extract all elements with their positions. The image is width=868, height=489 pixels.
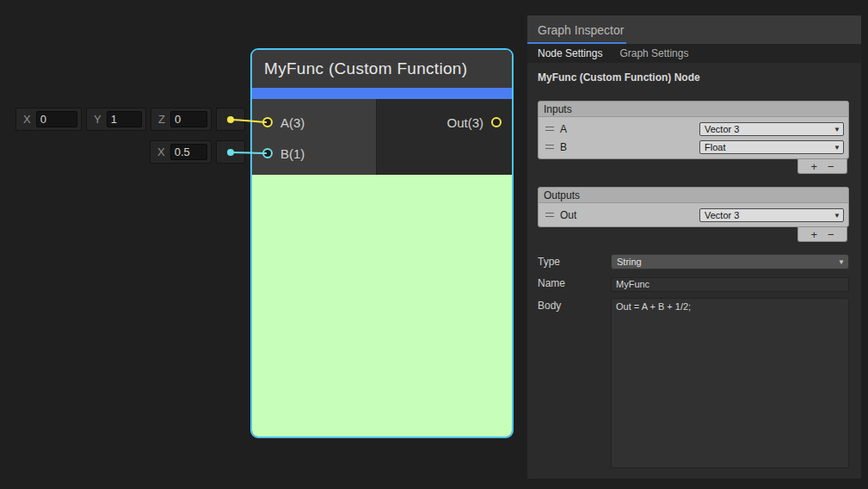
tab-node-settings[interactable]: Node Settings [538,47,602,59]
body-field[interactable]: Out = A + B + 1/2; [611,298,849,468]
float-x-label[interactable]: X [157,145,165,158]
tab-graph-settings[interactable]: Graph Settings [619,47,688,59]
input-row-a[interactable]: A Vector 3 ▼ [541,120,846,138]
vector3-y-label[interactable]: Y [94,113,102,126]
drag-handle-icon[interactable] [545,127,554,131]
node-accent-bar [252,88,512,99]
port-out-label: Out(3) [446,115,483,130]
output-row-out[interactable]: Out Vector 3 ▼ [541,206,846,224]
name-field[interactable] [611,277,849,292]
type-property-row: Type String ▼ [538,254,849,269]
body-label: Body [538,298,611,312]
input-a-type-value: Vector 3 [705,124,739,134]
output-out-type-value: Vector 3 [705,210,739,220]
inputs-footer: + − [538,159,849,174]
add-input-button[interactable]: + [810,161,817,172]
chevron-down-icon: ▼ [838,258,845,266]
input-row-b[interactable]: B Float ▼ [541,138,846,156]
port-out-connector[interactable] [491,117,502,127]
outputs-section: Outputs Out Vector 3 ▼ [538,187,849,242]
input-row-b-name: B [560,141,693,153]
inspector-titlebar[interactable]: Graph Inspector [527,15,861,44]
remove-output-button[interactable]: − [828,229,834,240]
type-value: String [617,257,642,267]
vector3-x-input[interactable] [36,111,77,127]
vector3-y-input[interactable] [107,111,142,127]
output-row-out-name: Out [560,209,693,221]
input-a-type-dropdown[interactable]: Vector 3 ▼ [699,122,844,136]
outputs-section-header: Outputs [539,188,848,203]
node-input-ports: A(3) B(1) [252,99,377,175]
input-b-type-value: Float [705,142,725,152]
name-property-row: Name [538,275,849,292]
name-label: Name [538,275,611,289]
inspector-title: Graph Inspector [538,23,624,37]
inspector-title-underline [527,42,626,44]
float-x-input[interactable] [170,144,207,160]
output-out-type-dropdown[interactable]: Vector 3 ▼ [699,208,844,222]
port-a-label: A(3) [280,115,305,130]
node-settings-heading: MyFunc (Custom Function) Node [538,71,849,84]
input-port-b: B(1) [252,138,376,169]
node-header[interactable]: MyFunc (Custom Function) [252,50,512,88]
inputs-section: Inputs A Vector 3 ▼ B [538,101,849,174]
inputs-section-header: Inputs [539,102,848,117]
node-output-ports: Out(3) [377,99,512,175]
graph-inspector-panel: Graph Inspector Node Settings Graph Sett… [527,15,861,479]
vector3-z-label[interactable]: Z [158,113,165,126]
input-port-a: A(3) [252,107,376,138]
inspector-tab-bar: Node Settings Graph Settings [527,44,861,63]
vector3-x-label[interactable]: X [23,113,31,126]
vector3-z-cell: Z [151,108,212,131]
vector3-z-input[interactable] [170,111,207,127]
drag-handle-icon[interactable] [545,213,554,217]
outputs-footer: + − [538,227,849,242]
node-port-area: A(3) B(1) Out(3) [252,99,512,175]
input-row-a-name: A [560,123,693,135]
chevron-down-icon: ▼ [834,211,840,219]
inspector-content: MyFunc (Custom Function) Node Inputs A V… [527,63,861,468]
input-b-type-dropdown[interactable]: Float ▼ [699,140,844,154]
wire-float-to-b[interactable] [231,152,267,153]
vector3-x-cell: X [15,108,82,131]
port-b-label: B(1) [280,146,305,161]
vector3-y-cell: Y [86,108,146,131]
node-preview [252,175,512,436]
body-property-row: Body Out = A + B + 1/2; [538,298,849,468]
node-title: MyFunc (Custom Function) [264,59,467,78]
chevron-down-icon: ▼ [834,143,840,151]
custom-function-node[interactable]: MyFunc (Custom Function) A(3) B(1) Out(3… [250,48,514,438]
type-label: Type [538,254,611,268]
float-x-cell: X [150,140,212,164]
output-port-out: Out(3) [377,107,512,138]
vector3-input-widget: X Y Z [15,108,245,131]
chevron-down-icon: ▼ [834,125,840,133]
type-dropdown[interactable]: String ▼ [611,254,849,269]
add-output-button[interactable]: + [810,229,817,240]
remove-input-button[interactable]: − [828,161,834,172]
drag-handle-icon[interactable] [545,145,554,149]
